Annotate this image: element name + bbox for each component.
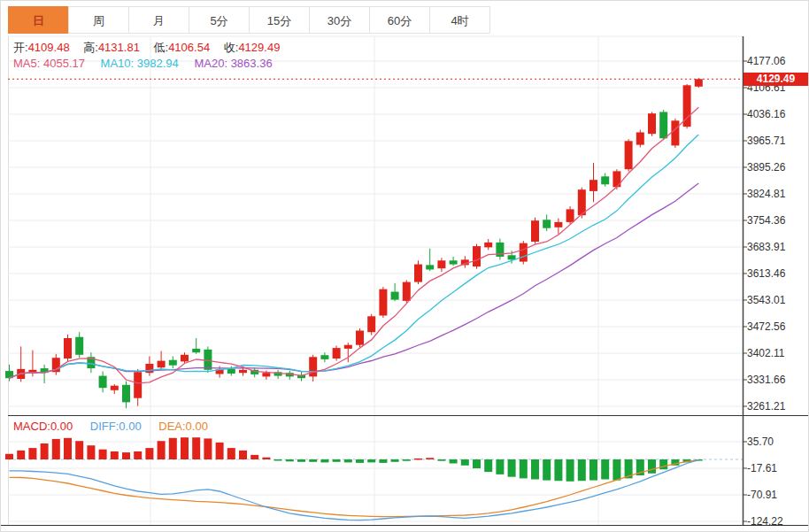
- macd-bar-down: [520, 459, 528, 478]
- tab-timeframe-2[interactable]: 月: [128, 6, 189, 34]
- price-axis-label: 3965.71: [747, 135, 785, 147]
- candle-up: [613, 171, 620, 187]
- ohlc-row: 开:4109.48 高:4131.81 低:4106.54 收:4129.49: [13, 40, 290, 56]
- low-label: 低:: [154, 41, 169, 54]
- macd-bar-up: [134, 451, 142, 459]
- price-axis-label: 3824.81: [747, 188, 785, 200]
- tab-timeframe-5[interactable]: 30分: [309, 6, 370, 34]
- macd-bar-down: [554, 459, 562, 481]
- macd-value: 0.00: [50, 420, 73, 433]
- candle-down: [320, 355, 328, 359]
- macd-bar-up: [75, 441, 83, 459]
- price-axis-label: 3754.36: [747, 214, 785, 227]
- candle-down: [543, 220, 551, 227]
- macd-bar-down: [566, 459, 574, 482]
- macd-bar-down: [484, 459, 492, 472]
- candle-down: [450, 260, 458, 264]
- high-label: 高:: [83, 41, 98, 54]
- candle-up: [181, 355, 189, 362]
- macd-bar-up: [52, 439, 60, 459]
- macd-bar-down: [367, 459, 375, 462]
- candle-up: [309, 357, 317, 376]
- macd-bar-down: [473, 459, 481, 468]
- macd-bar-down: [379, 459, 387, 463]
- price-axis-label: 3261.21: [747, 400, 785, 412]
- macd-bar-down: [437, 459, 445, 461]
- candle-up: [158, 361, 166, 368]
- macd-bar-down: [309, 459, 317, 462]
- price-axis-label: 3613.46: [747, 267, 785, 280]
- tab-timeframe-7[interactable]: 4时: [429, 6, 490, 34]
- candle-up: [437, 260, 445, 268]
- macd-bar-down: [356, 459, 364, 463]
- macd-bar-down: [543, 459, 551, 481]
- tab-timeframe-3[interactable]: 5分: [189, 6, 250, 34]
- macd-bar-up: [414, 459, 422, 460]
- candle-up: [695, 79, 703, 87]
- close-value: 4129.49: [238, 41, 280, 54]
- price-axis-label: 4177.06: [747, 55, 785, 67]
- candle-up: [356, 331, 364, 345]
- candle-up: [403, 282, 411, 301]
- candle-down: [601, 176, 609, 184]
- macd-bar-up: [192, 437, 200, 459]
- macd-bar-down: [496, 459, 504, 474]
- candle-up: [333, 348, 341, 359]
- macd-axis-label: -17.61: [747, 462, 777, 474]
- candle-down: [169, 360, 177, 366]
- tab-timeframe-0[interactable]: 日: [8, 6, 69, 34]
- candlestick-chart[interactable]: [1, 1, 809, 532]
- timeframe-tabbar: 日周月5分15分30分60分4时: [8, 6, 490, 34]
- candle-up: [520, 243, 528, 262]
- ma-legend: MA5: 4055.17 MA10: 3982.94 MA20: 3863.36: [13, 57, 285, 70]
- price-axis-label: 4036.16: [747, 108, 785, 120]
- candle-up: [414, 265, 422, 282]
- macd-legend: MACD:0.00 DIFF:0.00 DEA:0.00: [13, 420, 222, 433]
- ma10-line: [10, 135, 699, 378]
- candle-up: [589, 180, 597, 191]
- ma5-legend: MA5: 4055.17: [13, 57, 85, 70]
- macd-bar-up: [204, 438, 212, 459]
- macd-axis-label: -70.91: [747, 489, 777, 501]
- macd-bar-down: [403, 459, 411, 461]
- macd-bar-up: [250, 455, 258, 459]
- macd-bar-down: [613, 459, 620, 481]
- macd-bar-up: [145, 448, 153, 459]
- macd-bar-up: [87, 445, 95, 459]
- macd-bar-down: [648, 459, 656, 474]
- chart-app: 日周月5分15分30分60分4时 开:4109.48 高:4131.81 低:4…: [0, 0, 809, 532]
- macd-bar-down: [589, 459, 597, 481]
- macd-bar-down: [320, 459, 328, 462]
- candle-down: [204, 350, 212, 370]
- close-label: 收:: [224, 41, 239, 54]
- ma10-legend: MA10: 3982.94: [101, 57, 179, 70]
- price-axis-label: 3331.66: [747, 374, 785, 386]
- low-value: 4106.54: [168, 41, 210, 54]
- candle-up: [367, 316, 375, 332]
- macd-bar-down: [461, 459, 469, 466]
- candle-down: [659, 112, 667, 139]
- macd-bar-up: [262, 458, 270, 459]
- candle-up: [671, 120, 679, 145]
- diff-value-legend: DIFF:0.00: [90, 420, 142, 433]
- candle-up: [566, 209, 574, 222]
- candle-up: [344, 345, 352, 349]
- candle-up: [239, 370, 247, 373]
- macd-bar-down: [450, 459, 458, 464]
- tab-timeframe-1[interactable]: 周: [68, 6, 129, 34]
- macd-value-legend: MACD:0.00: [13, 420, 73, 433]
- macd-bar-down: [659, 459, 667, 469]
- tab-timeframe-6[interactable]: 60分: [369, 6, 430, 34]
- candle-up: [64, 338, 72, 359]
- open-value: 4109.48: [28, 41, 70, 54]
- candle-up: [554, 222, 562, 227]
- ma20-line: [10, 183, 699, 378]
- candle-down: [192, 349, 200, 352]
- current-price-tag: 4129.49: [744, 73, 808, 86]
- candle-up: [111, 386, 119, 390]
- price-axis-label: 3895.26: [747, 161, 785, 173]
- candle-up: [636, 133, 644, 145]
- macd-bar-down: [344, 459, 352, 462]
- candle-down: [227, 369, 235, 374]
- tab-timeframe-4[interactable]: 15分: [249, 6, 310, 34]
